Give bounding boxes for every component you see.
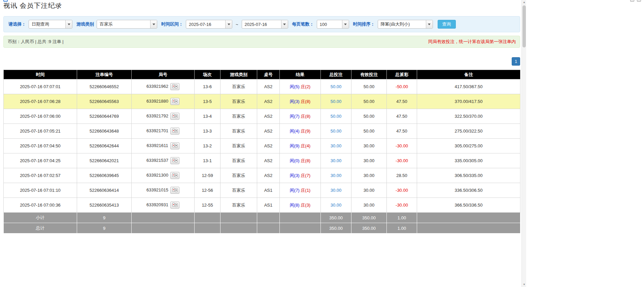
table-row: 2025-07-16 07:04:25 522660642021 6339215… xyxy=(4,153,520,168)
header-result: 结果 xyxy=(280,70,321,79)
cell-session: 12-55 xyxy=(195,198,221,213)
cell-time: 2025-07-16 07:07:01 xyxy=(4,79,77,94)
select-type-dropdown[interactable] xyxy=(29,20,72,29)
chevron-down-icon[interactable] xyxy=(225,20,232,28)
sort-order-dropdown[interactable] xyxy=(378,20,433,29)
view-result-button[interactable] xyxy=(170,98,179,105)
cell-valid-bet: 30.00 xyxy=(351,183,387,198)
date-to-dropdown[interactable] xyxy=(242,20,288,29)
cell-time: 2025-07-16 07:02:57 xyxy=(4,168,77,183)
cell-result: 闲(7) 庄(8) xyxy=(280,109,321,124)
home-icon[interactable] xyxy=(3,0,8,2)
view-result-button[interactable] xyxy=(170,113,179,120)
cell-bet-id: 522660643648 xyxy=(77,124,132,139)
date-to-input[interactable] xyxy=(242,20,281,28)
view-result-button[interactable] xyxy=(170,187,179,194)
cell-session: 13-4 xyxy=(195,109,221,124)
cell-bet-id: 522660635413 xyxy=(77,198,132,213)
cell-round: 633921537 xyxy=(132,153,195,168)
header-time: 时间 xyxy=(4,70,77,79)
banker-result: 庄(4) xyxy=(301,143,310,148)
cell-remark: 417.50/367.50 xyxy=(417,79,520,94)
view-result-button[interactable] xyxy=(170,172,179,179)
page-1-button[interactable]: 1 xyxy=(512,57,520,66)
cell-result: 闲(3) 庄(8) xyxy=(280,94,321,109)
total-bet-link[interactable]: 30.00 xyxy=(331,143,342,148)
cell-total-bet: 50.00 xyxy=(321,124,351,139)
view-result-button[interactable] xyxy=(170,202,179,209)
date-from-input[interactable] xyxy=(186,20,225,28)
total-bet-link[interactable]: 50.00 xyxy=(331,129,342,134)
banker-result: 庄(8) xyxy=(301,99,310,104)
cell-time: 2025-07-16 07:04:50 xyxy=(4,139,77,153)
round-number: 633921015 xyxy=(146,187,168,192)
cell-session: 13-6 xyxy=(195,79,221,94)
cell-game: 百家乐 xyxy=(221,183,257,198)
page-size-input[interactable] xyxy=(317,20,342,28)
game-type-dropdown[interactable] xyxy=(97,20,157,29)
scroll-down-icon[interactable]: ▼ xyxy=(522,282,527,287)
subtotal-total-bet: 350.00 xyxy=(321,213,351,223)
banker-result: 庄(2) xyxy=(301,84,310,89)
toolbar-icon-1[interactable] xyxy=(630,0,634,2)
cell-game: 百家乐 xyxy=(221,79,257,94)
total-payout: 1.00 xyxy=(387,223,417,234)
sort-order-input[interactable] xyxy=(378,20,426,28)
total-bet-link[interactable]: 50.00 xyxy=(331,114,342,119)
view-result-button[interactable] xyxy=(170,157,179,164)
page-size-dropdown[interactable] xyxy=(317,20,349,29)
chevron-down-icon[interactable] xyxy=(150,20,157,28)
table-row: 2025-07-16 07:06:28 522660645563 6339218… xyxy=(4,94,520,109)
player-result: 闲(4) xyxy=(290,129,300,134)
total-bet-link[interactable]: 30.00 xyxy=(331,203,342,208)
player-result: 闲(8) xyxy=(290,203,300,208)
cell-time: 2025-07-16 07:04:25 xyxy=(4,153,77,168)
select-type-input[interactable] xyxy=(29,20,65,28)
round-number: 633921962 xyxy=(146,84,168,89)
view-result-button[interactable] xyxy=(170,128,179,135)
scroll-up-icon[interactable]: ▲ xyxy=(522,0,527,5)
chevron-down-icon[interactable] xyxy=(342,20,349,28)
game-type-label: 游戏类别 xyxy=(76,21,94,27)
cell-table: AS2 xyxy=(257,79,280,94)
total-bet-link[interactable]: 30.00 xyxy=(331,158,342,163)
chevron-down-icon[interactable] xyxy=(281,20,288,28)
view-result-button[interactable] xyxy=(170,83,179,90)
cards-icon xyxy=(172,203,178,207)
total-valid-bet: 350.00 xyxy=(351,223,387,234)
total-count: 9 xyxy=(77,223,132,234)
banker-result: 庄(8) xyxy=(301,158,310,163)
total-bet-link[interactable]: 50.00 xyxy=(331,99,342,104)
total-bet-link[interactable]: 50.00 xyxy=(331,84,342,89)
cell-remark: 370.00/417.50 xyxy=(417,94,520,109)
cell-table: AS2 xyxy=(257,124,280,139)
cell-valid-bet: 30.00 xyxy=(351,153,387,168)
search-button[interactable]: 查询 xyxy=(438,20,456,29)
cell-game: 百家乐 xyxy=(221,109,257,124)
cell-bet-id: 522660645563 xyxy=(77,94,132,109)
bet-records-table: 时间 注单编号 局号 场次 游戏类别 桌号 结果 总投注 有效投注 总派彩 备注… xyxy=(3,70,520,234)
header-valid-bet: 有效投注 xyxy=(351,70,387,79)
total-bet-link[interactable]: 30.00 xyxy=(331,173,342,178)
cell-bet-id: 522660642644 xyxy=(77,139,132,153)
chevron-down-icon[interactable] xyxy=(65,20,72,28)
vertical-scrollbar[interactable]: ▲ ▼ xyxy=(521,0,526,287)
cell-table: AS2 xyxy=(257,94,280,109)
header-game: 游戏类别 xyxy=(221,70,257,79)
pagination: 1 xyxy=(3,57,520,66)
game-type-input[interactable] xyxy=(97,20,150,28)
round-number: 633920931 xyxy=(146,202,168,207)
toolbar-icon-2[interactable] xyxy=(637,0,641,2)
total-bet-link[interactable]: 30.00 xyxy=(331,188,342,193)
cell-payout: -30.00 xyxy=(387,198,417,213)
banker-result: 庄(1) xyxy=(301,188,310,193)
total-label: 总计 xyxy=(4,223,77,234)
banker-result: 庄(3) xyxy=(301,203,310,208)
date-from-dropdown[interactable] xyxy=(186,20,232,29)
scrollbar-thumb[interactable] xyxy=(522,5,526,47)
chevron-down-icon[interactable] xyxy=(426,20,433,28)
total-total-bet: 350.00 xyxy=(321,223,351,234)
cell-round: 633921962 xyxy=(132,79,195,94)
cell-payout: 47.50 xyxy=(387,124,417,139)
view-result-button[interactable] xyxy=(170,142,179,149)
